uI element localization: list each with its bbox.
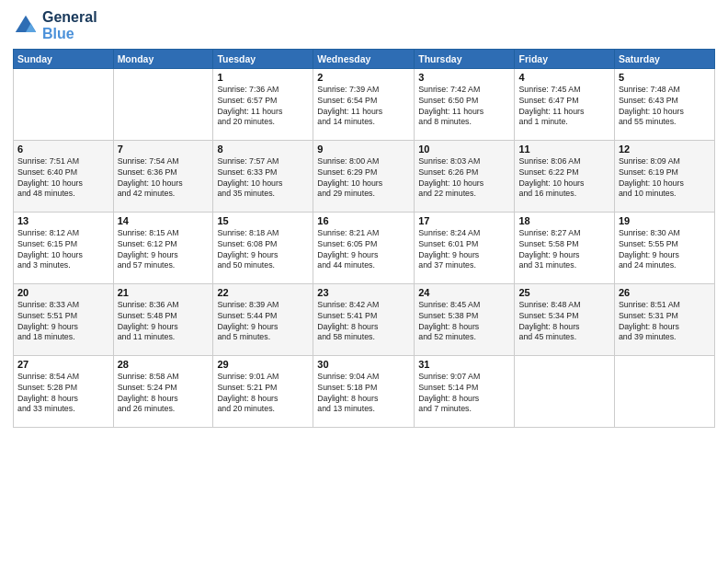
day-info: Sunrise: 7:57 AM Sunset: 6:33 PM Dayligh…	[217, 156, 309, 201]
day-number: 20	[17, 287, 109, 298]
calendar-day-cell: 18Sunrise: 8:27 AM Sunset: 5:58 PM Dayli…	[515, 212, 614, 283]
logo: General Blue	[13, 9, 97, 43]
day-number: 3	[418, 72, 510, 83]
day-number: 31	[418, 359, 510, 370]
header: General Blue	[13, 9, 715, 43]
calendar-day-cell: 25Sunrise: 8:48 AM Sunset: 5:34 PM Dayli…	[515, 283, 614, 355]
day-number: 24	[418, 287, 510, 298]
weekday-header: Saturday	[614, 49, 714, 68]
weekday-header: Sunday	[14, 49, 114, 68]
calendar-day-cell: 3Sunrise: 7:42 AM Sunset: 6:50 PM Daylig…	[415, 68, 515, 140]
day-number: 30	[317, 359, 410, 370]
calendar-day-cell: 20Sunrise: 8:33 AM Sunset: 5:51 PM Dayli…	[14, 283, 114, 355]
day-info: Sunrise: 8:51 AM Sunset: 5:31 PM Dayligh…	[619, 300, 711, 344]
day-info: Sunrise: 8:21 AM Sunset: 6:05 PM Dayligh…	[317, 228, 410, 272]
calendar-day-cell: 8Sunrise: 7:57 AM Sunset: 6:33 PM Daylig…	[213, 140, 313, 212]
calendar-day-cell: 19Sunrise: 8:30 AM Sunset: 5:55 PM Dayli…	[614, 212, 714, 283]
calendar-day-cell	[614, 355, 714, 427]
day-number: 26	[619, 287, 711, 298]
day-info: Sunrise: 9:04 AM Sunset: 5:18 PM Dayligh…	[317, 372, 410, 416]
weekday-header: Thursday	[415, 49, 515, 68]
day-info: Sunrise: 7:54 AM Sunset: 6:36 PM Dayligh…	[118, 156, 210, 201]
day-number: 6	[17, 144, 109, 155]
day-number: 4	[518, 72, 609, 83]
day-info: Sunrise: 8:24 AM Sunset: 6:01 PM Dayligh…	[418, 228, 510, 272]
day-number: 18	[518, 215, 609, 226]
day-number: 1	[217, 72, 309, 83]
calendar-header-row: SundayMondayTuesdayWednesdayThursdayFrid…	[14, 49, 715, 68]
calendar-day-cell: 27Sunrise: 8:54 AM Sunset: 5:28 PM Dayli…	[14, 355, 114, 427]
day-info: Sunrise: 8:39 AM Sunset: 5:44 PM Dayligh…	[217, 300, 309, 344]
day-number: 12	[619, 144, 711, 155]
calendar-day-cell: 14Sunrise: 8:15 AM Sunset: 6:12 PM Dayli…	[113, 212, 213, 283]
day-number: 25	[518, 287, 609, 298]
day-number: 11	[518, 144, 609, 155]
day-info: Sunrise: 7:36 AM Sunset: 6:57 PM Dayligh…	[217, 85, 309, 129]
calendar-week-row: 20Sunrise: 8:33 AM Sunset: 5:51 PM Dayli…	[14, 283, 715, 355]
day-info: Sunrise: 7:45 AM Sunset: 6:47 PM Dayligh…	[518, 85, 609, 129]
calendar-day-cell: 10Sunrise: 8:03 AM Sunset: 6:26 PM Dayli…	[415, 140, 515, 212]
calendar-day-cell: 28Sunrise: 8:58 AM Sunset: 5:24 PM Dayli…	[113, 355, 213, 427]
calendar-day-cell: 30Sunrise: 9:04 AM Sunset: 5:18 PM Dayli…	[313, 355, 415, 427]
day-number: 16	[317, 215, 410, 226]
day-info: Sunrise: 9:07 AM Sunset: 5:14 PM Dayligh…	[418, 372, 510, 416]
day-number: 13	[17, 215, 109, 226]
day-number: 9	[317, 144, 410, 155]
calendar-day-cell: 9Sunrise: 8:00 AM Sunset: 6:29 PM Daylig…	[313, 140, 415, 212]
day-info: Sunrise: 8:30 AM Sunset: 5:55 PM Dayligh…	[619, 228, 711, 272]
day-number: 8	[217, 144, 309, 155]
calendar-day-cell	[113, 68, 213, 140]
day-number: 28	[118, 359, 210, 370]
calendar-table: SundayMondayTuesdayWednesdayThursdayFrid…	[13, 49, 715, 428]
day-number: 27	[17, 359, 109, 370]
day-info: Sunrise: 7:42 AM Sunset: 6:50 PM Dayligh…	[418, 85, 510, 129]
day-number: 17	[418, 215, 510, 226]
logo-icon	[13, 13, 39, 39]
day-info: Sunrise: 8:00 AM Sunset: 6:29 PM Dayligh…	[317, 156, 410, 201]
day-info: Sunrise: 8:27 AM Sunset: 5:58 PM Dayligh…	[518, 228, 609, 272]
day-number: 22	[217, 287, 309, 298]
page: General Blue SundayMondayTuesdayWednesda…	[0, 0, 728, 563]
day-info: Sunrise: 7:48 AM Sunset: 6:43 PM Dayligh…	[619, 85, 711, 129]
day-info: Sunrise: 8:12 AM Sunset: 6:15 PM Dayligh…	[17, 228, 109, 272]
calendar-day-cell: 17Sunrise: 8:24 AM Sunset: 6:01 PM Dayli…	[415, 212, 515, 283]
day-info: Sunrise: 8:45 AM Sunset: 5:38 PM Dayligh…	[418, 300, 510, 344]
day-info: Sunrise: 8:54 AM Sunset: 5:28 PM Dayligh…	[17, 372, 109, 416]
calendar-week-row: 1Sunrise: 7:36 AM Sunset: 6:57 PM Daylig…	[14, 68, 715, 140]
day-info: Sunrise: 8:15 AM Sunset: 6:12 PM Dayligh…	[118, 228, 210, 272]
calendar-week-row: 13Sunrise: 8:12 AM Sunset: 6:15 PM Dayli…	[14, 212, 715, 283]
calendar-day-cell: 26Sunrise: 8:51 AM Sunset: 5:31 PM Dayli…	[614, 283, 714, 355]
calendar-day-cell: 5Sunrise: 7:48 AM Sunset: 6:43 PM Daylig…	[614, 68, 714, 140]
day-info: Sunrise: 8:36 AM Sunset: 5:48 PM Dayligh…	[118, 300, 210, 344]
calendar-day-cell	[515, 355, 614, 427]
calendar-day-cell: 22Sunrise: 8:39 AM Sunset: 5:44 PM Dayli…	[213, 283, 313, 355]
weekday-header: Tuesday	[213, 49, 313, 68]
calendar-day-cell: 7Sunrise: 7:54 AM Sunset: 6:36 PM Daylig…	[113, 140, 213, 212]
day-number: 15	[217, 215, 309, 226]
calendar-day-cell: 24Sunrise: 8:45 AM Sunset: 5:38 PM Dayli…	[415, 283, 515, 355]
calendar-day-cell: 2Sunrise: 7:39 AM Sunset: 6:54 PM Daylig…	[313, 68, 415, 140]
calendar-day-cell: 16Sunrise: 8:21 AM Sunset: 6:05 PM Dayli…	[313, 212, 415, 283]
day-info: Sunrise: 9:01 AM Sunset: 5:21 PM Dayligh…	[217, 372, 309, 416]
day-info: Sunrise: 8:42 AM Sunset: 5:41 PM Dayligh…	[317, 300, 410, 344]
calendar-day-cell: 15Sunrise: 8:18 AM Sunset: 6:08 PM Dayli…	[213, 212, 313, 283]
day-info: Sunrise: 8:48 AM Sunset: 5:34 PM Dayligh…	[518, 300, 609, 344]
weekday-header: Monday	[113, 49, 213, 68]
day-info: Sunrise: 8:03 AM Sunset: 6:26 PM Dayligh…	[418, 156, 510, 201]
calendar-day-cell: 21Sunrise: 8:36 AM Sunset: 5:48 PM Dayli…	[113, 283, 213, 355]
day-number: 19	[619, 215, 711, 226]
day-info: Sunrise: 8:58 AM Sunset: 5:24 PM Dayligh…	[118, 372, 210, 416]
day-number: 23	[317, 287, 410, 298]
day-number: 10	[418, 144, 510, 155]
day-info: Sunrise: 8:33 AM Sunset: 5:51 PM Dayligh…	[17, 300, 109, 344]
calendar-day-cell: 4Sunrise: 7:45 AM Sunset: 6:47 PM Daylig…	[515, 68, 614, 140]
calendar-day-cell	[14, 68, 114, 140]
calendar-day-cell: 13Sunrise: 8:12 AM Sunset: 6:15 PM Dayli…	[14, 212, 114, 283]
day-info: Sunrise: 7:51 AM Sunset: 6:40 PM Dayligh…	[17, 156, 109, 201]
weekday-header: Wednesday	[313, 49, 415, 68]
weekday-header: Friday	[515, 49, 614, 68]
calendar-day-cell: 29Sunrise: 9:01 AM Sunset: 5:21 PM Dayli…	[213, 355, 313, 427]
day-info: Sunrise: 8:06 AM Sunset: 6:22 PM Dayligh…	[518, 156, 609, 201]
calendar-week-row: 27Sunrise: 8:54 AM Sunset: 5:28 PM Dayli…	[14, 355, 715, 427]
day-number: 21	[118, 287, 210, 298]
